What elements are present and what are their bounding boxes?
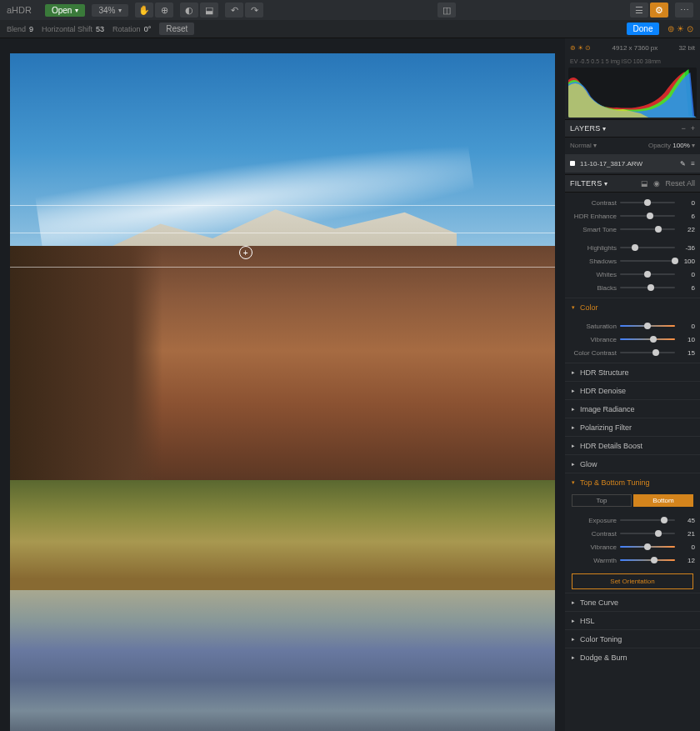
color-group-header[interactable]: ▾Color xyxy=(565,298,700,316)
blend-field: Blend9 xyxy=(7,25,33,33)
before-after-icon[interactable]: ⬓ xyxy=(200,3,218,18)
reset-all-link[interactable]: Reset All xyxy=(665,179,695,188)
image-preview: + xyxy=(10,53,555,731)
exposure-stats: EV -0.5 0.5 1 5 img ISO 100 38mm xyxy=(565,57,700,66)
brush-icon[interactable]: ✎ xyxy=(680,160,686,168)
set-orientation-button[interactable]: Set Orientation xyxy=(572,573,693,589)
bottom-tab[interactable]: Bottom xyxy=(633,494,693,507)
guide-line[interactable] xyxy=(10,205,555,206)
details-boost-header[interactable]: ▸HDR Details Boost xyxy=(565,436,700,454)
tb-vibrance-slider[interactable]: Vibrance0 xyxy=(570,540,695,553)
visibility-icon[interactable] xyxy=(570,161,575,166)
smart-tone-slider[interactable]: Smart Tone22 xyxy=(570,223,695,236)
minus-icon[interactable]: − xyxy=(681,124,685,133)
color-sliders: Saturation0 Vibrance10 Color Contrast15 xyxy=(565,316,700,363)
polarizing-header[interactable]: ▸Polarizing Filter xyxy=(565,418,700,436)
plus-icon[interactable]: + xyxy=(691,124,695,133)
top-tab[interactable]: Top xyxy=(572,494,632,507)
eye-icon[interactable]: ◉ xyxy=(653,179,660,188)
saturation-slider[interactable]: Saturation0 xyxy=(570,319,695,333)
done-button[interactable]: Done xyxy=(627,23,660,35)
hdr-denoise-header[interactable]: ▸HDR Denoise xyxy=(565,381,700,399)
filters-header[interactable]: FILTERS ▾ ⬓ ◉ Reset All xyxy=(565,174,700,193)
zoom-dropdown[interactable]: 34%▾ xyxy=(92,4,128,17)
settings-icon[interactable]: ⋯ xyxy=(675,3,693,18)
whites-slider[interactable]: Whites0 xyxy=(570,268,695,281)
crop-icon[interactable]: ◫ xyxy=(438,3,456,18)
tb-warmth-slider[interactable]: Warmth12 xyxy=(570,553,695,567)
right-panel: ⊚ ☀ ⊙ 4912 x 7360 px 32 bit EV -0.5 0.5 … xyxy=(565,38,700,731)
layer-blend-row: Normal ▾ Opacity 100% ▾ xyxy=(565,138,700,153)
hand-tool-icon[interactable]: ✋ xyxy=(135,3,153,18)
app-name: aHDR xyxy=(7,5,32,15)
zoom-tool-icon[interactable]: ⊕ xyxy=(155,3,173,18)
rotation-field: Rotation0° xyxy=(112,25,151,33)
reset-button[interactable]: Reset xyxy=(159,23,194,35)
top-bottom-header[interactable]: ▾Top & Bottom Tuning xyxy=(565,473,700,491)
metadata-icon[interactable]: ⊚ ☀ ⊙ xyxy=(570,44,591,52)
image-canvas[interactable]: + xyxy=(0,38,565,731)
tb-contrast-slider[interactable]: Contrast21 xyxy=(570,527,695,540)
horizontal-shift-field: Horizontal Shift53 xyxy=(42,25,104,33)
layer-item[interactable]: 11-10-17_3817.ARW ✎ ≡ xyxy=(565,154,700,173)
open-button[interactable]: Open▾ xyxy=(45,4,85,17)
crop-subbar: Blend9 Horizontal Shift53 Rotation0° Res… xyxy=(0,20,700,38)
image-info-row: ⊚ ☀ ⊙ 4912 x 7360 px 32 bit xyxy=(565,38,700,57)
panel-toggle-group: ☰ ⚙ xyxy=(630,3,668,18)
basic-filters: Contrast0 HDR Enhance6 Smart Tone22 High… xyxy=(565,193,700,298)
top-bottom-tabs: Top Bottom xyxy=(572,494,693,507)
hdr-structure-header[interactable]: ▸HDR Structure xyxy=(565,363,700,381)
dodge-burn-header[interactable]: ▸Dodge & Burn xyxy=(565,648,700,666)
zoom-tool-group: ✋ ⊕ xyxy=(135,3,173,18)
bit-depth: 32 bit xyxy=(678,44,695,52)
glow-header[interactable]: ▸Glow xyxy=(565,454,700,473)
hdr-enhance-slider[interactable]: HDR Enhance6 xyxy=(570,209,695,223)
compare-group: ◐ ⬓ xyxy=(180,3,218,18)
color-toning-header[interactable]: ▸Color Toning xyxy=(565,629,700,648)
layers-header[interactable]: LAYERS ▾ −+ xyxy=(565,119,700,138)
image-radiance-header[interactable]: ▸Image Radiance xyxy=(565,399,700,418)
tone-curve-header[interactable]: ▸Tone Curve xyxy=(565,593,700,611)
highlights-slider[interactable]: Highlights-36 xyxy=(570,241,695,254)
compare-icon[interactable]: ⬓ xyxy=(641,179,648,188)
shadows-slider[interactable]: Shadows100 xyxy=(570,254,695,268)
vibrance-slider[interactable]: Vibrance10 xyxy=(570,333,695,346)
layer-menu-icon[interactable]: ≡ xyxy=(691,160,695,168)
blend-mode-dropdown[interactable]: Normal ▾ xyxy=(570,142,597,149)
history-group: ↶ ↷ xyxy=(225,3,263,18)
blacks-slider[interactable]: Blacks6 xyxy=(570,281,695,294)
info-sun-icon: ⊚ ☀ ⊙ xyxy=(668,24,693,33)
layer-name: 11-10-17_3817.ARW xyxy=(580,160,642,168)
color-contrast-slider[interactable]: Color Contrast15 xyxy=(570,346,695,359)
top-bottom-sliders: Exposure45 Contrast21 Vibrance0 Warmth12 xyxy=(565,510,700,570)
image-dimensions: 4912 x 7360 px xyxy=(612,44,658,52)
guide-line[interactable] xyxy=(10,233,555,233)
cursor-target-icon: + xyxy=(239,246,252,259)
histogram[interactable] xyxy=(568,68,697,118)
compare-icon[interactable]: ◐ xyxy=(180,3,198,18)
presets-panel-icon[interactable]: ☰ xyxy=(630,3,648,18)
hsl-header[interactable]: ▸HSL xyxy=(565,611,700,629)
redo-icon[interactable]: ↷ xyxy=(245,3,263,18)
undo-icon[interactable]: ↶ xyxy=(225,3,243,18)
filters-panel-icon[interactable]: ⚙ xyxy=(650,3,668,18)
top-toolbar: aHDR Open▾ 34%▾ ✋ ⊕ ◐ ⬓ ↶ ↷ ◫ ☰ ⚙ ⋯ xyxy=(0,0,700,20)
contrast-slider[interactable]: Contrast0 xyxy=(570,196,695,209)
tb-exposure-slider[interactable]: Exposure45 xyxy=(570,513,695,527)
guide-line[interactable] xyxy=(10,267,555,268)
